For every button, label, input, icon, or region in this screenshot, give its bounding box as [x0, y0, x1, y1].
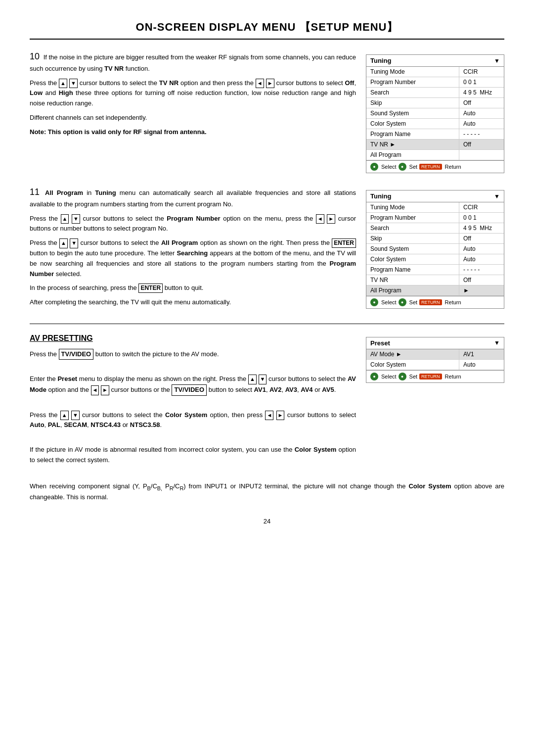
menu-row-av-mode: AV Mode ► AV1 [366, 349, 504, 360]
component-signal-note: When receiving component signal (Y, PB/C… [30, 481, 504, 503]
menu-label-color-system-2: Color System [366, 254, 459, 264]
menu-value-tv-nr-1: Off [459, 140, 504, 149]
menu-value-color-system-1: Auto [459, 119, 504, 129]
section-11-para-1: 11 All Program in Tuning menu can automa… [30, 185, 356, 210]
menu-row-program-name-1: Program Name - - - - - [366, 129, 504, 140]
return-label-1: Return [445, 164, 461, 170]
menu-row-color-system-1: Color System Auto [366, 119, 504, 129]
menu-label-search-2: Search [366, 223, 459, 233]
menu-value-skip-2: Off [459, 234, 504, 243]
menu-preset: Preset ▼ AV Mode ► AV1 Color System Auto… [366, 337, 504, 383]
menu-value-tv-nr-2: Off [459, 275, 504, 285]
menu-title-tuning-1: Tuning ▼ [366, 55, 504, 67]
menu-value-program-name-1: - - - - - [459, 129, 504, 139]
menu-label-program-name-1: Program Name [366, 129, 459, 139]
menu-row-all-program-2: All Program ► [366, 285, 504, 296]
menu-dropdown-arrow-1: ▼ [494, 57, 500, 64]
menu-row-sound-system-1: Sound System Auto [366, 108, 504, 119]
menu-row-skip-2: Skip Off [366, 234, 504, 244]
section-number-10: 10 [30, 51, 40, 61]
menu-row-program-number-2: Program Number 0 0 1 [366, 213, 504, 223]
menu-row-color-system-2: Color System Auto [366, 254, 504, 265]
menu-label-tv-nr-2: TV NR [366, 275, 459, 285]
menu-title-label-1: Tuning [370, 57, 391, 64]
menu-row-search-2: Search 4 9 5 MHz [366, 223, 504, 234]
select-icon-1: ● [370, 163, 378, 171]
menu-tuning-1: Tuning ▼ Tuning Mode CCIR Program Number… [366, 54, 504, 173]
page-number: 24 [30, 518, 504, 525]
section-10-note: Note: This option is valid only for RF s… [30, 127, 356, 138]
menu-row-all-program-1: All Program [366, 150, 504, 160]
menu-label-av-mode: AV Mode ► [366, 349, 459, 359]
menu-label-sound-system-2: Sound System [366, 244, 459, 254]
menu-value-search-1: 4 9 5 MHz [459, 88, 504, 97]
av-presetting-text: AV PRESETTING Press the TV/VIDEO button … [30, 332, 356, 470]
select-icon-2: ● [370, 298, 378, 306]
menu-tuning-2: Tuning ▼ Tuning Mode CCIR Program Number… [366, 190, 504, 309]
section-11: 11 All Program in Tuning menu can automa… [30, 185, 504, 312]
set-label-2: Set [409, 299, 418, 305]
menu-row-tuning-mode-1: Tuning Mode CCIR [366, 67, 504, 77]
menu-label-all-program-1: All Program [366, 150, 459, 160]
menu-label-program-number-1: Program Number [366, 77, 459, 87]
page-title: ON-SCREEN DISPLAY MENU 【SETUP MENU】 [30, 20, 504, 40]
menu-value-tuning-mode-1: CCIR [459, 67, 504, 77]
section-11-para-4: In the process of searching, press the E… [30, 283, 356, 293]
section-11-para-2: Press the ▲ ▼ cursor buttons to select t… [30, 214, 356, 235]
set-icon-preset: ● [399, 373, 406, 380]
section-divider [30, 324, 504, 324]
menu-row-sound-system-2: Sound System Auto [366, 244, 504, 254]
menu-value-skip-1: Off [459, 98, 504, 108]
menu-value-search-2: 4 9 5 MHz [459, 223, 504, 233]
menu-label-sound-system-1: Sound System [366, 108, 459, 118]
menu-footer-1: ● Select ● Set RETURN Return [366, 160, 504, 173]
menu-value-all-program-1 [459, 150, 504, 160]
menu-dropdown-arrow-2: ▼ [494, 193, 500, 200]
menu-label-tv-nr-1: TV NR ► [366, 140, 459, 149]
menu-label-skip-1: Skip [366, 98, 459, 108]
menu-footer-preset: ● Select ● Set RETURN Return [366, 370, 504, 382]
menu-value-color-system-2: Auto [459, 254, 504, 264]
set-icon-2: ● [399, 298, 406, 306]
menu-label-program-name-2: Program Name [366, 265, 459, 275]
menu-label-program-number-2: Program Number [366, 213, 459, 223]
menu-label-all-program-2: All Program [366, 285, 459, 295]
av-presetting-para-2: Enter the Preset menu to display the men… [30, 374, 356, 396]
section-11-text: 11 All Program in Tuning menu can automa… [30, 185, 356, 312]
section-10: 10 If the noise in the picture are bigge… [30, 49, 504, 173]
menu-value-program-number-2: 0 0 1 [459, 213, 504, 223]
av-presetting-para-1: Press the TV/VIDEO button to switch the … [30, 349, 356, 360]
menu-title-tuning-2: Tuning ▼ [366, 190, 504, 202]
menu-value-program-name-2: - - - - - [459, 265, 504, 275]
menu-row-program-name-2: Program Name - - - - - [366, 265, 504, 275]
menu-row-tuning-mode-2: Tuning Mode CCIR [366, 202, 504, 213]
section-av-presetting: AV PRESETTING Press the TV/VIDEO button … [30, 332, 504, 470]
menu-value-program-number-1: 0 0 1 [459, 77, 504, 87]
menu-value-sound-system-2: Auto [459, 244, 504, 254]
menu-label-tuning-mode-1: Tuning Mode [366, 67, 459, 77]
set-icon-1: ● [399, 163, 406, 171]
menu-label-color-system-preset: Color System [366, 360, 459, 370]
menu-value-av-mode: AV1 [459, 349, 504, 359]
set-label-1: Set [409, 164, 418, 170]
av-presetting-title: AV PRESETTING [30, 332, 356, 345]
select-icon-preset: ● [370, 373, 378, 380]
set-label-preset: Set [409, 374, 418, 379]
section-10-para-2: Press the ▲ ▼ cursor buttons to select t… [30, 78, 356, 109]
menu-label-tuning-mode-2: Tuning Mode [366, 202, 459, 212]
section-11-para-5: After completing the searching, the TV w… [30, 297, 356, 308]
select-label-2: Select [381, 299, 397, 305]
return-btn-2: RETURN [419, 299, 442, 305]
return-label-2: Return [445, 299, 461, 305]
menu-title-preset: Preset ▼ [366, 337, 504, 349]
select-label-1: Select [381, 164, 397, 170]
section-10-para-3: Different channels can set independently… [30, 113, 356, 123]
menu-title-label-2: Tuning [370, 192, 391, 200]
menu-label-skip-2: Skip [366, 234, 459, 243]
menu-value-color-system-preset: Auto [459, 360, 504, 370]
menu-value-all-program-2: ► [459, 285, 504, 295]
section-10-text: 10 If the noise in the picture are bigge… [30, 49, 356, 173]
section-11-para-3: Press the ▲ ▼ cursor buttons to select t… [30, 238, 356, 279]
menu-label-color-system-1: Color System [366, 119, 459, 129]
menu-footer-2: ● Select ● Set RETURN Return [366, 296, 504, 308]
